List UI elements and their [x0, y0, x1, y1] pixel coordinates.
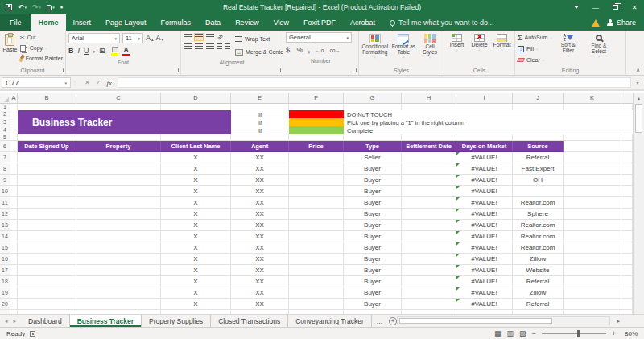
cell-partial[interactable]: [621, 220, 633, 231]
font-size-select[interactable]: 11▾: [122, 33, 143, 43]
prev-sheet-button[interactable]: ◂: [5, 318, 8, 325]
cell-H19-settlement[interactable]: [402, 287, 456, 299]
cell-D14-client[interactable]: X: [161, 231, 231, 242]
cell-K[interactable]: [564, 276, 621, 287]
cell-F20-price[interactable]: [289, 299, 344, 310]
cell-K[interactable]: [564, 209, 621, 220]
row-header-4[interactable]: 4: [0, 126, 10, 134]
row-header-11[interactable]: 11: [0, 197, 10, 209]
cell-D18-client[interactable]: X: [161, 276, 231, 287]
cell-G16-type[interactable]: Buyer: [344, 254, 402, 265]
align-middle-button[interactable]: [195, 34, 203, 40]
cell-I8-days[interactable]: #VALUE!: [456, 163, 513, 175]
ribbon-display-options-button[interactable]: [567, 0, 586, 14]
ribbon-tab-insert[interactable]: Insert: [66, 14, 99, 31]
cell-J8-source[interactable]: Fast Expert: [513, 163, 564, 175]
cell-G15-type[interactable]: Buyer: [344, 242, 402, 254]
column-header-A[interactable]: A: [10, 93, 18, 103]
cell-partial[interactable]: [621, 175, 633, 186]
cell-H9-settlement[interactable]: [402, 175, 456, 186]
cell-F16-price[interactable]: [289, 254, 344, 265]
cell-K[interactable]: [564, 134, 621, 141]
cell-D12-client[interactable]: X: [161, 209, 231, 220]
cell-H17-settlement[interactable]: [402, 265, 456, 276]
ribbon-tab-foxit-pdf[interactable]: Foxit PDF: [296, 14, 343, 31]
cell-D19-client[interactable]: X: [161, 287, 231, 299]
cell-E9-agent[interactable]: XX: [231, 175, 289, 186]
cell-B8-date[interactable]: [18, 163, 76, 175]
cell-partial[interactable]: [621, 134, 633, 141]
cell-H10-settlement[interactable]: [402, 186, 456, 197]
cell-A[interactable]: [10, 265, 18, 276]
cell-F14-price[interactable]: [289, 231, 344, 242]
cell-E15-agent[interactable]: XX: [231, 242, 289, 254]
column-header-C[interactable]: C: [76, 93, 161, 103]
cell-I18-days[interactable]: #VALUE!: [456, 276, 513, 287]
cell-K[interactable]: [564, 299, 621, 310]
cell-partial[interactable]: [621, 163, 633, 175]
cell-I14-days[interactable]: #VALUE!: [456, 231, 513, 242]
cell-B15-date[interactable]: [18, 242, 76, 254]
row-header-14[interactable]: 14: [0, 231, 10, 242]
cell-K[interactable]: [564, 197, 621, 209]
ribbon-tab-view[interactable]: View: [266, 14, 296, 31]
select-all-corner[interactable]: [0, 93, 10, 103]
comma-format-button[interactable]: ,: [308, 47, 311, 54]
cell-J10-source[interactable]: [513, 186, 564, 197]
row-header-17[interactable]: 17: [0, 265, 10, 276]
cell-I19-days[interactable]: #VALUE!: [456, 287, 513, 299]
clipboard-dialog-launcher[interactable]: [60, 68, 64, 72]
cell-I17-days[interactable]: #VALUE!: [456, 265, 513, 276]
new-sheet-button[interactable]: +: [389, 317, 397, 325]
scroll-right-icon[interactable]: ▸: [617, 318, 620, 325]
cell-K[interactable]: [564, 186, 621, 197]
cell-C19-property[interactable]: [76, 287, 161, 299]
cell-E18-agent[interactable]: XX: [231, 276, 289, 287]
format-cells-button[interactable]: Format ▾: [492, 32, 512, 65]
column-title-date-signed-up[interactable]: Date Signed Up: [18, 141, 76, 152]
legend-note[interactable]: DO NoT TOUCH: [347, 110, 392, 118]
cell-styles-button[interactable]: Cell Styles ▾: [419, 32, 441, 65]
decrease-decimal-button[interactable]: .00→: [328, 48, 340, 53]
cell-partial[interactable]: [621, 197, 633, 209]
cell-I[interactable]: [456, 104, 513, 110]
cell-C7-property[interactable]: [76, 152, 161, 163]
cell-C16-property[interactable]: [76, 254, 161, 265]
cell-D10-client[interactable]: X: [161, 186, 231, 197]
row-header-12[interactable]: 12: [0, 209, 10, 220]
row-header-9[interactable]: 9: [0, 175, 10, 186]
ribbon-tab-data[interactable]: Data: [198, 14, 228, 31]
sort-filter-button[interactable]: AZ Sort & Filter ▾: [555, 32, 582, 65]
column-title-price[interactable]: Price: [289, 141, 344, 152]
cell-partial[interactable]: [621, 152, 633, 163]
page-layout-view-button[interactable]: ▥: [506, 330, 514, 337]
column-header-B[interactable]: B: [18, 93, 76, 103]
cell-D[interactable]: [161, 134, 231, 141]
row-header-15[interactable]: 15: [0, 242, 10, 254]
cell-H[interactable]: [402, 134, 456, 141]
cell-partial[interactable]: [621, 276, 633, 287]
find-select-button[interactable]: Find & Select ▾: [584, 32, 613, 65]
cell-E10-agent[interactable]: XX: [231, 186, 289, 197]
column-header-E[interactable]: E: [231, 93, 289, 103]
cell-E20-agent[interactable]: XX: [231, 299, 289, 310]
cell-G[interactable]: [344, 134, 402, 141]
sheet-tab-property-supplies[interactable]: Property Supplies: [142, 315, 211, 327]
cut-button[interactable]: ✂Cut: [20, 32, 63, 43]
cell-D13-client[interactable]: X: [161, 220, 231, 231]
ribbon-tab-review[interactable]: Review: [228, 14, 266, 31]
cell-D11-client[interactable]: X: [161, 197, 231, 209]
cell-E7-agent[interactable]: XX: [231, 152, 289, 163]
customize-qat-button[interactable]: ▪: [60, 4, 63, 11]
cell-F11-price[interactable]: [289, 197, 344, 209]
redo-button[interactable]: ↷▾: [32, 4, 41, 11]
bold-button[interactable]: B: [68, 48, 74, 55]
scroll-up-icon[interactable]: ▴: [634, 93, 644, 103]
cell-H14-settlement[interactable]: [402, 231, 456, 242]
merge-center-button[interactable]: ↔Merge & Center▾: [235, 47, 283, 57]
cell-H8-settlement[interactable]: [402, 163, 456, 175]
delete-cells-button[interactable]: Delete ▾: [469, 32, 489, 65]
underline-button[interactable]: U: [84, 48, 89, 55]
zoom-in-button[interactable]: +: [612, 329, 616, 337]
ribbon-tab-formulas[interactable]: Formulas: [154, 14, 199, 31]
